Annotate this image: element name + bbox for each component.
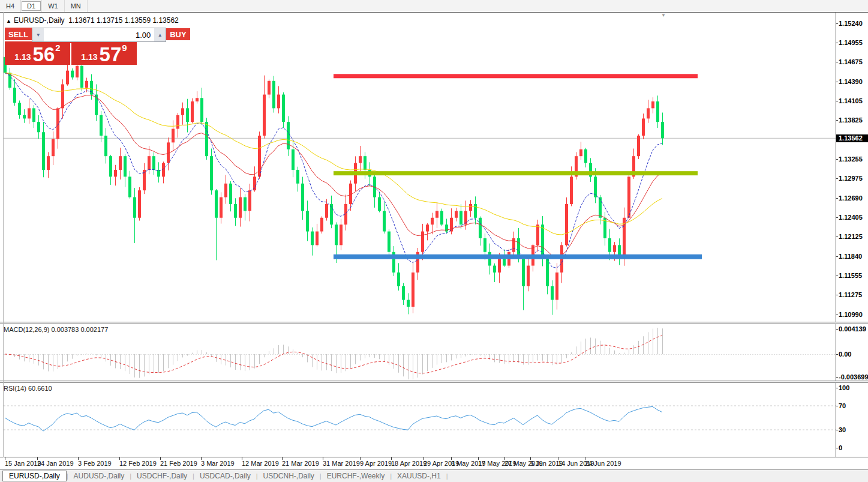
date-label: 3 Mar 2019 [201, 460, 235, 467]
buy-price-pip: 9 [122, 43, 127, 52]
price-scale-label: 1.12690 [839, 194, 863, 202]
timeframe-button-w1[interactable]: W1 [43, 1, 64, 11]
rsi-label: RSI(14) 60.6610 [4, 385, 52, 392]
timeframe-slot: W1 [42, 0, 65, 12]
sell-price-main: 56 [33, 46, 55, 63]
timeframe-slot: D1 [21, 0, 42, 12]
ohlc-readout: 1.13671 1.13715 1.13559 1.13562 [68, 16, 179, 25]
date-label: 3 Feb 2019 [78, 460, 112, 467]
chart-symbol-header: ▲EURUSD-,Daily 1.13671 1.13715 1.13559 1… [6, 16, 179, 25]
chart-window[interactable]: ▲EURUSD-,Daily 1.13671 1.13715 1.13559 1… [0, 12, 868, 469]
level-band-mid-range[interactable] [334, 171, 698, 175]
level-band-support[interactable] [334, 255, 702, 259]
date-label: 21 Feb 2019 [160, 460, 197, 467]
rsi-scale-label: 30 [839, 426, 846, 433]
buy-price-prefix: 1.13 [81, 53, 97, 63]
timeframe-slot: MN [65, 0, 88, 12]
price-scale-label: 1.13825 [839, 116, 863, 124]
tab-separator: | [446, 472, 448, 480]
volume-increase-button[interactable]: ▲ [154, 28, 166, 41]
rsi-scale-label: 0 [839, 444, 842, 451]
price-scale-label: 1.11840 [839, 253, 862, 260]
collapse-arrow-icon[interactable]: ▲ [6, 18, 11, 24]
date-label: 21 Mar 2019 [282, 460, 319, 467]
chart-tab-usdchf-daily[interactable]: USDCHF-,Daily [131, 471, 193, 481]
date-label: 12 Mar 2019 [242, 460, 279, 467]
price-scale-label: 1.12125 [839, 233, 863, 240]
timeframe-button-d1[interactable]: D1 [22, 1, 41, 11]
macd-scale-label: 0.004139 [839, 325, 866, 333]
chart-tab-usdcnh-daily[interactable]: USDCNH-,Daily [258, 471, 320, 481]
price-scale-label: 1.12975 [839, 175, 863, 182]
buy-button[interactable]: BUY [166, 28, 190, 41]
price-scale-label: 1.12405 [839, 214, 863, 221]
symbol-label: EURUSD-,Daily [14, 16, 65, 25]
buy-price-main: 57 [100, 46, 122, 63]
chart-tab-usdcad-daily[interactable]: USDCAD-,Daily [194, 471, 256, 481]
chart-tab-eurusd-daily[interactable]: EURUSD-,Daily [2, 471, 67, 481]
price-scale-label: 1.14105 [839, 97, 863, 104]
date-label: 24 Jan 2019 [37, 460, 74, 467]
date-label: 15 Jan 2019 [5, 460, 41, 467]
price-scale-label: 1.11275 [839, 291, 862, 298]
window-left-edge [3, 12, 4, 457]
price-scale-label: 1.14675 [839, 58, 863, 65]
sell-price-display[interactable]: 1.13 56 2 [5, 43, 70, 65]
sell-price-prefix: 1.13 [14, 53, 31, 63]
mt4-window: H4D1W1MN ▲EURUSD-,Daily 1.13671 1.13715 … [0, 0, 868, 482]
timeframe-toolbar: H4D1W1MN [0, 0, 868, 13]
date-label: 31 Mar 2019 [323, 460, 360, 467]
macd-scale-label: 0.00 [839, 351, 851, 358]
price-scale-label: 1.10990 [839, 311, 863, 318]
date-label: 18 Apr 2019 [391, 460, 427, 467]
date-label: 24 Jun 2019 [585, 460, 621, 467]
sell-button[interactable]: SELL [5, 28, 32, 41]
volume-decrease-button[interactable]: ▼ [32, 28, 44, 41]
chart-tab-bar: EURUSD-,Daily|AUDUSD-,Daily|USDCHF-,Dail… [0, 469, 868, 482]
volume-input[interactable] [44, 28, 154, 41]
chart-tab-eurchf-weekly[interactable]: EURCHF-,Weekly [322, 471, 390, 481]
one-click-trade-widget: SELL ▼ ▲ BUY 1.13 56 2 1.13 57 9 [5, 28, 137, 65]
chart-tab-audusd-daily[interactable]: AUDUSD-,Daily [68, 471, 130, 481]
buy-price-display[interactable]: 1.13 57 9 [71, 43, 137, 65]
timeframe-slot: H4 [0, 0, 21, 12]
volume-spinner: ▼ ▲ [32, 28, 166, 42]
date-label: 12 Feb 2019 [119, 460, 157, 467]
price-scale-label: 1.15240 [839, 20, 863, 27]
rsi-scale-label: 100 [839, 384, 849, 391]
price-chart-canvas[interactable] [0, 12, 868, 457]
price-scale-label: 1.14390 [839, 78, 863, 85]
rsi-scale-label: 70 [839, 402, 846, 409]
current-price-tag: 1.13562 [836, 134, 868, 142]
chart-tab-xauusd-h1[interactable]: XAUUSD-,H1 [392, 471, 446, 481]
timeframe-button-mn[interactable]: MN [65, 1, 86, 11]
macd-scale-label: -0.003699 [839, 373, 868, 381]
timeframe-button-h4[interactable]: H4 [1, 1, 20, 11]
chart-shift-marker-icon[interactable]: ▼ [661, 13, 666, 18]
price-scale-label: 1.11555 [839, 272, 862, 279]
price-scale-label: 1.13255 [839, 155, 863, 163]
level-band-resistance[interactable] [334, 74, 698, 78]
date-label: 9 Apr 2019 [360, 460, 392, 467]
sell-price-pip: 2 [55, 43, 60, 52]
price-scale-label: 1.14955 [839, 39, 863, 46]
macd-label: MACD(12,26,9) 0.003783 0.002177 [4, 326, 108, 333]
date-axis[interactable]: 15 Jan 201924 Jan 20193 Feb 201912 Feb 2… [0, 457, 868, 470]
